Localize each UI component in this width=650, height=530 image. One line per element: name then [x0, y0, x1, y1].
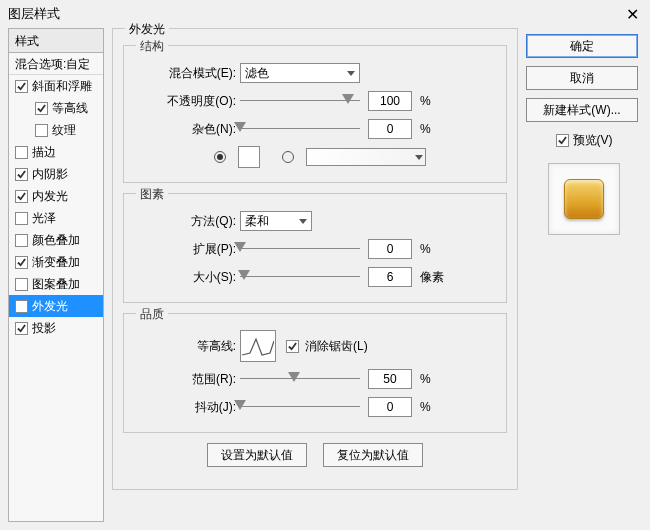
- jitter-input[interactable]: 0: [368, 397, 412, 417]
- style-checkbox[interactable]: [15, 146, 28, 159]
- method-select[interactable]: 柔和: [240, 211, 312, 231]
- style-item-6[interactable]: 光泽: [9, 207, 103, 229]
- color-radio[interactable]: [214, 151, 226, 163]
- preview-thumbnail: [548, 163, 620, 235]
- noise-label: 杂色(N):: [154, 121, 240, 138]
- style-item-11[interactable]: 投影: [9, 317, 103, 339]
- close-icon[interactable]: ✕: [622, 4, 642, 24]
- range-input[interactable]: 50: [368, 369, 412, 389]
- style-checkbox[interactable]: [35, 124, 48, 137]
- opacity-input[interactable]: 100: [368, 91, 412, 111]
- antialias-checkbox[interactable]: [286, 340, 299, 353]
- panel-title: 外发光: [125, 21, 169, 38]
- style-checkbox[interactable]: [15, 234, 28, 247]
- jitter-slider[interactable]: [240, 397, 360, 417]
- preview-label: 预览(V): [573, 132, 613, 149]
- blend-options-item[interactable]: 混合选项:自定: [9, 53, 103, 75]
- contour-picker[interactable]: [240, 330, 276, 362]
- size-slider[interactable]: [240, 267, 360, 287]
- set-default-button[interactable]: 设置为默认值: [207, 443, 307, 467]
- style-item-0[interactable]: 斜面和浮雕: [9, 75, 103, 97]
- style-checkbox[interactable]: [15, 300, 28, 313]
- spread-input[interactable]: 0: [368, 239, 412, 259]
- range-label: 范围(R):: [154, 371, 240, 388]
- style-item-10[interactable]: 外发光: [9, 295, 103, 317]
- style-label: 外发光: [32, 298, 68, 315]
- style-item-4[interactable]: 内阴影: [9, 163, 103, 185]
- method-label: 方法(Q):: [154, 213, 240, 230]
- style-item-2[interactable]: 纹理: [9, 119, 103, 141]
- gradient-radio[interactable]: [282, 151, 294, 163]
- style-checkbox[interactable]: [15, 256, 28, 269]
- style-item-9[interactable]: 图案叠加: [9, 273, 103, 295]
- style-checkbox[interactable]: [15, 278, 28, 291]
- spread-label: 扩展(P):: [154, 241, 240, 258]
- style-item-3[interactable]: 描边: [9, 141, 103, 163]
- noise-slider[interactable]: [240, 119, 360, 139]
- chevron-down-icon: [299, 219, 307, 224]
- blend-mode-select[interactable]: 滤色: [240, 63, 360, 83]
- spread-slider[interactable]: [240, 239, 360, 259]
- style-label: 投影: [32, 320, 56, 337]
- group-structure: 结构 混合模式(E): 滤色 不透明度(O): 100 %: [123, 45, 507, 183]
- new-style-button[interactable]: 新建样式(W)...: [526, 98, 638, 122]
- style-label: 内阴影: [32, 166, 68, 183]
- preview-checkbox[interactable]: [556, 134, 569, 147]
- style-checkbox[interactable]: [15, 212, 28, 225]
- style-checkbox[interactable]: [15, 168, 28, 181]
- cancel-button[interactable]: 取消: [526, 66, 638, 90]
- jitter-label: 抖动(J):: [154, 399, 240, 416]
- noise-input[interactable]: 0: [368, 119, 412, 139]
- style-checkbox[interactable]: [35, 102, 48, 115]
- style-label: 内发光: [32, 188, 68, 205]
- style-checkbox[interactable]: [15, 190, 28, 203]
- style-label: 纹理: [52, 122, 76, 139]
- styles-header: 样式: [9, 29, 103, 53]
- reset-default-button[interactable]: 复位为默认值: [323, 443, 423, 467]
- style-label: 光泽: [32, 210, 56, 227]
- chevron-down-icon: [415, 155, 423, 160]
- style-checkbox[interactable]: [15, 322, 28, 335]
- styles-list: 样式 混合选项:自定 斜面和浮雕等高线纹理描边内阴影内发光光泽颜色叠加渐变叠加图…: [8, 28, 104, 522]
- preview-icon: [564, 179, 604, 219]
- group-quality: 品质 等高线: 消除锯齿(L) 范围(R): 50 %: [123, 313, 507, 433]
- size-label: 大小(S):: [154, 269, 240, 286]
- style-checkbox[interactable]: [15, 80, 28, 93]
- style-label: 渐变叠加: [32, 254, 80, 271]
- range-slider[interactable]: [240, 369, 360, 389]
- outer-glow-panel: 外发光 结构 混合模式(E): 滤色 不透明度(O): 100: [112, 28, 518, 490]
- style-item-1[interactable]: 等高线: [9, 97, 103, 119]
- style-item-8[interactable]: 渐变叠加: [9, 251, 103, 273]
- color-swatch[interactable]: [238, 146, 260, 168]
- style-item-7[interactable]: 颜色叠加: [9, 229, 103, 251]
- blend-mode-label: 混合模式(E):: [154, 65, 240, 82]
- gradient-picker[interactable]: [306, 148, 426, 166]
- ok-button[interactable]: 确定: [526, 34, 638, 58]
- opacity-slider[interactable]: [240, 91, 360, 111]
- style-label: 斜面和浮雕: [32, 78, 92, 95]
- antialias-label: 消除锯齿(L): [305, 338, 368, 355]
- style-label: 颜色叠加: [32, 232, 80, 249]
- contour-label: 等高线:: [154, 338, 240, 355]
- style-label: 等高线: [52, 100, 88, 117]
- size-input[interactable]: 6: [368, 267, 412, 287]
- style-label: 图案叠加: [32, 276, 80, 293]
- style-label: 描边: [32, 144, 56, 161]
- style-item-5[interactable]: 内发光: [9, 185, 103, 207]
- chevron-down-icon: [347, 71, 355, 76]
- dialog-title: 图层样式: [8, 5, 60, 23]
- group-elements: 图素 方法(Q): 柔和 扩展(P): 0 %: [123, 193, 507, 303]
- opacity-label: 不透明度(O):: [154, 93, 240, 110]
